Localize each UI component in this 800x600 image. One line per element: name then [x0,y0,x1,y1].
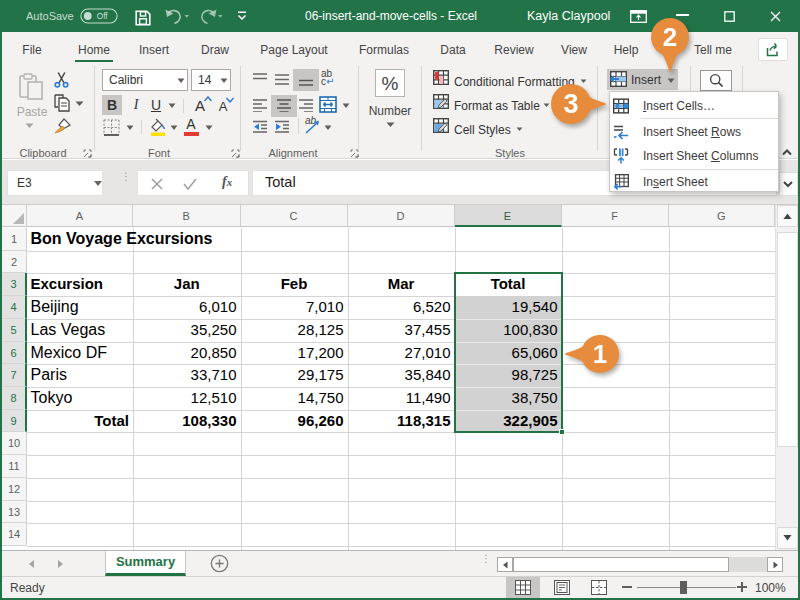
svg-text:1: 1 [593,339,607,369]
svg-text:3: 3 [563,89,578,119]
svg-text:2: 2 [663,22,677,52]
